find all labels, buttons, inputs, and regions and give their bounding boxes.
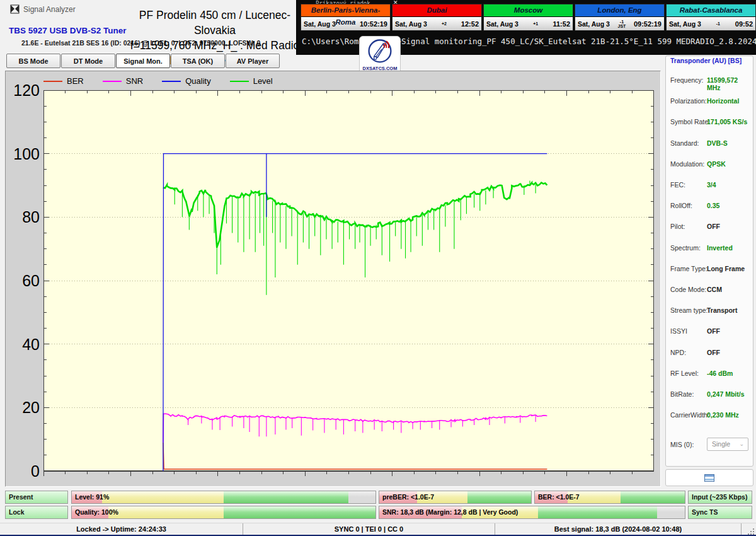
transponder-row-rolloff: RollOff:0.35: [670, 202, 750, 209]
clock-datetime: Sat, Aug 3+212:52: [392, 17, 481, 30]
quality-progressbar: Quality: 100%: [71, 506, 376, 519]
transponder-row-frametype: Frame Type:Long Frame: [670, 265, 750, 272]
transponder-row-codemode: Code Mode:CCM: [670, 286, 750, 293]
transponder-row-modulation: Modulation:QPSK: [670, 160, 750, 168]
input-indicator: Input (~235 Kbps): [688, 491, 752, 504]
clock-london-eng: London, EngSat, Aug 3-1JST09:52:19: [575, 4, 665, 31]
mis-dropdown[interactable]: Single ⌄: [707, 438, 748, 451]
status-uptime: Locked -> Uptime: 24:24:33: [0, 523, 243, 535]
transponder-row-spectrum: Spectrum:Inverted: [670, 244, 750, 252]
y-tick-label: 80: [7, 208, 40, 226]
y-tick-label: 60: [7, 272, 40, 290]
heading-frequency: f=11599,760 MHz_H_ : Med Radio: [125, 38, 305, 53]
transponder-row-standard: Standard:DVB-S: [670, 139, 750, 147]
satellite-dish-icon: [366, 37, 394, 64]
tab-bs-mode[interactable]: BS Mode: [6, 54, 60, 68]
tab-av-player[interactable]: AV Player: [226, 54, 280, 68]
dxsatcs-logo: DXSATCS.COM: [359, 36, 401, 75]
status-sync: SYNC 0 | TEI 0 | CC 0: [243, 523, 495, 535]
window-titlebar: Signal Analyzer: [10, 4, 76, 14]
legend-label-ber: BER: [67, 76, 84, 86]
signal-chart-panel: BERSNRQualityLevel 020406080100120: [5, 71, 661, 487]
transponder-panel: Transponder (AU) [BS] Frequency:11599,57…: [665, 55, 753, 467]
legend-line-quality: [162, 81, 181, 82]
legend-line-level: [230, 81, 249, 82]
tab-signal-mon-[interactable]: Signal Mon.: [116, 54, 170, 68]
legend-label-quality: Quality: [185, 76, 210, 86]
clock-moscow: MoscowSat, Aug 3+111:52: [483, 4, 573, 31]
status-bar: Locked -> Uptime: 24:24:33 SYNC 0 | TEI …: [0, 523, 756, 535]
transponder-row-bitrate: BitRate:0,247 Mbit/s: [670, 390, 750, 398]
transponder-title: Transponder (AU) [BS]: [670, 57, 742, 64]
clock-datetime: Sat, Aug 3+111:52: [484, 17, 573, 30]
transponder-row-symbolrate: Symbol Rate:171,005 KS/s: [670, 118, 750, 125]
transponder-row-rflevel: RF Level:-46 dBm: [670, 370, 750, 377]
clock-datetime: Sat, Aug 3-1JST09:52:19: [575, 17, 664, 30]
mis-row: MIS (0): Single ⌄: [670, 441, 750, 448]
clock-city: Rabat-Casablanca: [667, 4, 755, 17]
clock-city: Dubai: [392, 4, 481, 17]
chevron-down-icon: ⌄: [739, 438, 744, 450]
transponder-row-fec: FEC:3/4: [670, 181, 750, 189]
y-tick-label: 100: [7, 145, 40, 163]
table-icon: [704, 474, 714, 482]
lock-indicator: Lock: [5, 506, 68, 519]
resize-grip[interactable]: [753, 528, 754, 530]
signal-plot: [43, 90, 654, 481]
y-tick-label: 40: [7, 335, 40, 354]
clock-datetime: Sat, Aug 3-109:52: [667, 17, 755, 30]
transport-list-button[interactable]: [665, 469, 753, 486]
clock-city: London, Eng: [575, 4, 664, 17]
sync-ts-indicator: Sync TS: [688, 506, 752, 519]
preber-progressbar: preBER: <1.0E-7: [379, 491, 532, 504]
clock-city: Moscow: [484, 4, 573, 17]
y-tick-label: 120: [7, 81, 40, 100]
tab-dt-mode[interactable]: DT Mode: [61, 54, 115, 68]
transponder-row-streamtype: Stream type:Transport: [670, 306, 750, 314]
legend-label-level: Level: [253, 76, 273, 86]
chart-svg: [43, 90, 654, 478]
heading-antenna: PF Prodelin 450 cm / Lucenec-Slovakia: [125, 8, 305, 38]
ber-progressbar: BER: <1.0E-7: [534, 491, 685, 504]
transponder-row-pilot: Pilot:OFF: [670, 223, 750, 230]
tab-tsa-ok-[interactable]: TSA (OK): [171, 54, 225, 68]
y-tick-label: 0: [7, 462, 40, 481]
clock-rabat-casablanca: Rabat-CasablancaSat, Aug 3-109:52: [666, 4, 756, 31]
clock-dubai: DubaiSat, Aug 3+212:52: [392, 4, 482, 31]
clock-berlin-paris-vienna-roma: Berlin-Paris-Vienna-RomaSat, Aug 310:52:…: [301, 4, 391, 31]
window-title: Signal Analyzer: [23, 5, 76, 14]
transponder-row-npd: NPD:OFF: [670, 349, 750, 356]
transponder-row-issyi: ISSYIOFF: [670, 327, 750, 335]
legend-line-ber: [43, 81, 62, 82]
level-progressbar: Level: 91%: [71, 491, 376, 504]
status-best-signal: Best signal: 18,3 dB (2024-08-02 10:48): [495, 523, 742, 535]
legend-label-snr: SNR: [126, 76, 143, 86]
clock-city: Berlin-Paris-Vienna-Roma: [301, 4, 390, 17]
app-icon: [10, 4, 20, 14]
transponder-row-polarization: Polarization:Horizontal: [670, 97, 750, 105]
mis-value: Single: [712, 440, 730, 448]
transponder-row-carrierwidth: CarrierWidth:0,230 MHz: [670, 411, 750, 419]
present-indicator: Present: [5, 491, 68, 504]
snr-progressbar: SNR: 18,3 dB (Margin: 12,8 dB | Very Goo…: [379, 506, 685, 519]
chart-legend: BERSNRQualityLevel: [43, 76, 292, 86]
y-tick-label: 20: [7, 399, 40, 417]
transponder-row-frequency: Frequency:11599,572 MHz: [670, 76, 750, 84]
tuner-name: TBS 5927 USB DVB-S2 Tuner: [9, 26, 127, 35]
legend-line-snr: [103, 81, 122, 82]
mis-label: MIS (0):: [670, 441, 694, 448]
